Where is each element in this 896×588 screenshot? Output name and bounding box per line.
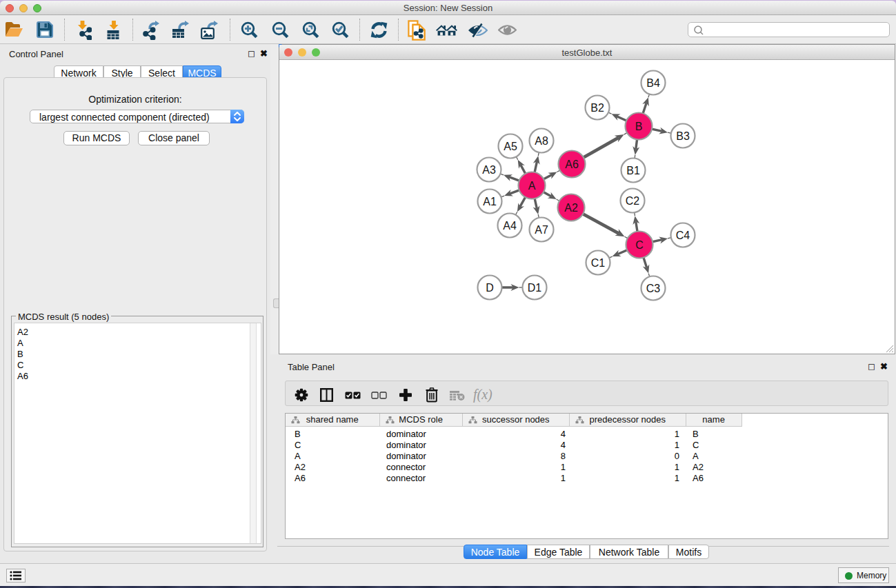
svg-text:B3: B3: [676, 130, 690, 142]
svg-text:B: B: [635, 121, 643, 132]
svg-text:C1: C1: [591, 257, 606, 269]
svg-text:A6: A6: [565, 159, 579, 170]
svg-text:B2: B2: [590, 102, 604, 114]
svg-text:B4: B4: [646, 77, 660, 89]
svg-text:C: C: [635, 239, 644, 251]
svg-text:A8: A8: [535, 135, 548, 147]
svg-text:A2: A2: [564, 202, 578, 214]
svg-text:C2: C2: [626, 195, 640, 207]
svg-text:A7: A7: [535, 224, 548, 236]
svg-text:A1: A1: [483, 196, 497, 207]
svg-text:B1: B1: [626, 165, 640, 176]
svg-text:A5: A5: [504, 141, 517, 152]
svg-text:A: A: [528, 180, 536, 192]
svg-text:A4: A4: [503, 220, 517, 232]
svg-text:C4: C4: [676, 230, 690, 241]
svg-text:D: D: [486, 282, 494, 294]
svg-text:D1: D1: [528, 282, 542, 294]
svg-text:C3: C3: [646, 283, 661, 294]
svg-text:A3: A3: [482, 164, 496, 176]
